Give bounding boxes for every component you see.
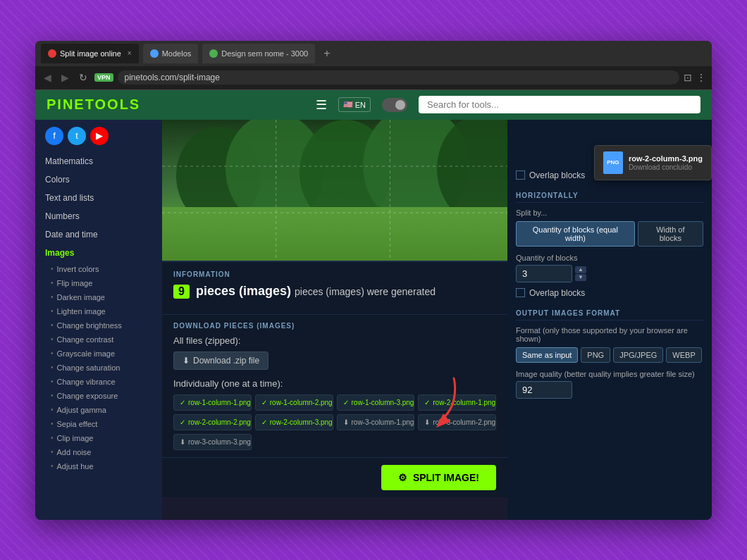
hamburger-btn[interactable]: ☰ — [316, 97, 327, 113]
sidebar-item-saturation[interactable]: Change saturation — [35, 361, 162, 375]
image-preview — [162, 120, 507, 261]
split-options-group: Quantity of blocks (equal width) Width o… — [516, 221, 703, 247]
sidebar-item-invert[interactable]: Invert colors — [35, 262, 162, 276]
check-icon-2: ✓ — [343, 399, 349, 406]
svg-marker-9 — [436, 413, 450, 428]
back-btn[interactable]: ◀ — [41, 70, 54, 85]
sidebar-item-grayscale[interactable]: Grayscale image — [35, 347, 162, 361]
file-item-6[interactable]: ⬇ row-3-column-1.png — [337, 414, 415, 430]
youtube-btn[interactable]: ▶ — [90, 127, 109, 145]
new-tab-btn[interactable]: + — [319, 47, 334, 60]
download-icon: ⬇ — [183, 356, 190, 366]
sidebar: f t ▶ Mathematics Colors Text and lists … — [35, 120, 162, 520]
dl-icon-8: ⬇ — [180, 438, 185, 446]
format-webp-btn[interactable]: WEBP — [666, 347, 701, 363]
overlap-row-bottom: Overlap blocks — [516, 288, 703, 298]
address-bar[interactable] — [118, 70, 679, 85]
logo-pine: PINE — [47, 97, 85, 112]
sidebar-social: f t ▶ — [35, 120, 162, 152]
format-png-btn[interactable]: PNG — [581, 347, 610, 363]
format-group: Same as input PNG JPG/JPEG WEBP — [516, 347, 703, 363]
sidebar-item-text[interactable]: Text and lists — [35, 189, 162, 207]
file-name-1: row-1-column-2.png — [270, 399, 333, 406]
sidebar-item-darken[interactable]: Darken image — [35, 290, 162, 304]
sidebar-item-mathematics[interactable]: Mathematics — [35, 152, 162, 170]
file-item-1[interactable]: ✓ row-1-column-2.png — [255, 394, 333, 411]
content-left: INFORMATION 9 pieces (images) pieces (im… — [162, 120, 507, 520]
format-same-btn[interactable]: Same as input — [516, 347, 578, 363]
format-jpg-btn[interactable]: JPG/JPEG — [613, 347, 663, 363]
menu-btn[interactable]: ⋮ — [696, 72, 706, 83]
sidebar-item-date[interactable]: Date and time — [35, 225, 162, 244]
logo: PINETOOLS — [47, 97, 140, 113]
file-name-4: row-2-column-2.png — [188, 418, 251, 426]
facebook-btn[interactable]: f — [45, 127, 63, 145]
format-label: Format (only those supported by your bro… — [516, 326, 703, 343]
sidebar-item-numbers[interactable]: Numbers — [35, 207, 162, 225]
qty-input[interactable] — [516, 265, 572, 282]
overlap-label-bottom: Overlap blocks — [529, 288, 585, 298]
file-item-8[interactable]: ⬇ row-3-column-3.png — [173, 434, 252, 450]
qty-down-btn[interactable]: ▼ — [575, 274, 586, 281]
sidebar-item-contrast[interactable]: Change contrast — [35, 332, 162, 347]
sidebar-item-brightness[interactable]: Change brightness — [35, 318, 162, 332]
forward-btn[interactable]: ▶ — [58, 70, 72, 85]
sidebar-item-lighten[interactable]: Lighten image — [35, 304, 162, 318]
check-icon-5: ✓ — [261, 418, 267, 426]
sidebar-item-colors[interactable]: Colors — [35, 170, 162, 189]
split-btn-label: SPLIT IMAGE! — [413, 472, 479, 483]
sidebar-item-hue[interactable]: Adjust hue — [35, 459, 162, 473]
arrow-indicator — [405, 371, 468, 435]
tab-modelos[interactable]: Modelos — [143, 44, 199, 63]
format-title: OUTPUT IMAGES FORMAT — [516, 309, 703, 321]
sidebar-item-gamma[interactable]: Adjust gamma — [35, 403, 162, 417]
download-section: DOWNLOAD PIECES (IMAGES) All files (zipp… — [162, 314, 507, 457]
qty-up-btn[interactable]: ▲ — [575, 266, 586, 273]
sidebar-item-images[interactable]: Images — [35, 244, 162, 262]
toast-filename: row-2-column-3.png — [629, 154, 703, 163]
split-image-btn[interactable]: ⚙ SPLIT IMAGE! — [381, 465, 496, 490]
check-icon-1: ✓ — [261, 399, 267, 406]
tab-split-image[interactable]: Split image online × — [41, 44, 139, 63]
search-input[interactable] — [419, 96, 700, 113]
sidebar-item-sepia[interactable]: Sepia effect — [35, 417, 162, 431]
cast-btn[interactable]: ⊡ — [684, 72, 692, 83]
horizontally-title: HORIZONTALLY — [516, 192, 703, 203]
toast-text: row-2-column-3.png Download concluído — [629, 154, 703, 171]
grid-overlay — [162, 120, 507, 261]
overlap-checkbox-top[interactable] — [516, 170, 525, 180]
twitter-btn[interactable]: t — [68, 127, 86, 145]
sidebar-item-noise[interactable]: Add noise — [35, 445, 162, 459]
browser-toolbar: ◀ ▶ ↻ VPN ⊡ ⋮ — [35, 66, 712, 90]
sidebar-item-clip[interactable]: Clip image — [35, 431, 162, 445]
info-section: INFORMATION 9 pieces (images) pieces (im… — [162, 261, 507, 314]
reload-btn[interactable]: ↻ — [76, 70, 90, 85]
right-panel: PNG row-2-column-3.png Download concluíd… — [507, 120, 712, 520]
split-width-btn[interactable]: Width of blocks — [638, 221, 703, 247]
file-item-2[interactable]: ✓ row-1-column-3.png — [337, 394, 415, 411]
lang-selector[interactable]: 🇺🇸 EN — [338, 97, 371, 112]
dark-mode-toggle[interactable] — [382, 98, 407, 112]
quality-input[interactable] — [516, 381, 572, 399]
tab-design[interactable]: Design sem nome - 3000 — [202, 44, 315, 63]
individually-label: Individually (one at a time): — [173, 378, 496, 389]
main-layout: f t ▶ Mathematics Colors Text and lists … — [35, 120, 712, 520]
overlap-checkbox-bottom[interactable] — [516, 288, 525, 297]
sidebar-item-exposure[interactable]: Change exposure — [35, 389, 162, 403]
file-item-5[interactable]: ✓ row-2-column-3.png — [255, 414, 333, 430]
split-btn-area: ⚙ SPLIT IMAGE! — [162, 457, 507, 497]
sidebar-item-flip[interactable]: Flip image — [35, 276, 162, 290]
tab-close-btn[interactable]: × — [128, 49, 132, 57]
dl-icon-6: ⬇ — [343, 418, 349, 426]
split-by-label: Split by... — [516, 209, 703, 217]
file-item-4[interactable]: ✓ row-2-column-2.png — [173, 414, 252, 430]
tab-label-design: Design sem nome - 3000 — [221, 49, 308, 58]
download-zip-label: Download .zip file — [193, 356, 259, 366]
tab-label-modelos: Modelos — [162, 49, 192, 58]
split-qty-btn[interactable]: Quantity of blocks (equal width) — [516, 221, 635, 247]
tab-icon-red — [48, 49, 56, 58]
file-item-0[interactable]: ✓ row-1-column-1.png — [173, 394, 252, 411]
download-zip-btn[interactable]: ⬇ Download .zip file — [173, 351, 268, 370]
sidebar-item-vibrance[interactable]: Change vibrance — [35, 375, 162, 389]
tab-icon-blue — [150, 49, 159, 58]
